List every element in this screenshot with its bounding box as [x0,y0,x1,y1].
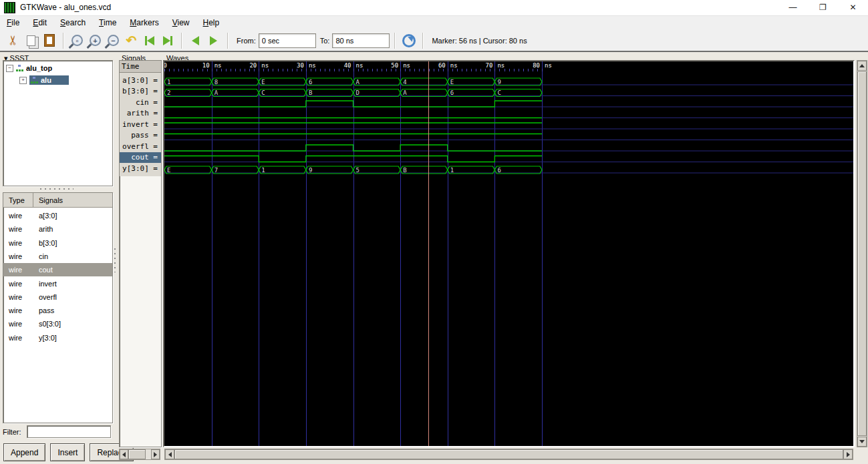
to-end-icon[interactable] [158,31,176,49]
shift-left-icon[interactable]: ↶ [122,31,140,49]
wave-name-cin[interactable]: cin = [120,97,161,108]
menu-view[interactable]: View [166,16,196,27]
back-icon[interactable] [186,31,204,49]
hierarchy-icon [31,77,38,83]
filter-input[interactable] [27,425,111,438]
svg-text:2: 2 [167,89,170,96]
menu-help[interactable]: Help [196,16,227,27]
scroll-up-button[interactable] [857,61,867,71]
column-signals[interactable]: Signals [33,196,63,204]
forward-icon[interactable] [204,31,223,49]
from-label: From: [237,37,256,45]
cut-icon[interactable]: ✂ [4,31,22,49]
menu-edit[interactable]: Edit [26,16,53,27]
action-buttons: AppendInsertReplace [3,443,134,461]
signal-row-cout[interactable]: wirecout [3,263,112,276]
expander-minus-icon[interactable]: − [6,65,13,72]
wave-name-pass[interactable]: pass = [120,130,161,141]
svg-text:ns: ns [403,62,410,69]
signal-row-s0[3:0][interactable]: wires0[3:0] [3,317,112,330]
from-input[interactable] [259,33,316,48]
svg-text:50: 50 [391,62,398,69]
wave-name-b[3:0][interactable]: b[3:0] = [120,86,161,97]
signal-row-invert[interactable]: wireinvert [3,277,112,290]
wave-name-invert[interactable]: invert = [120,120,161,130]
svg-text:ns: ns [545,62,552,69]
close-button[interactable]: ✕ [838,0,868,15]
window-title: GTKWave - alu_ones.vcd [20,3,111,12]
copy-icon[interactable] [22,31,40,49]
tree-node-alu_top[interactable]: −alu_top [6,62,52,74]
wave-name-cout[interactable]: cout = [120,152,161,163]
svg-text:40: 40 [344,62,351,69]
reload-icon[interactable] [400,31,418,49]
column-type[interactable]: Type [3,193,33,207]
svg-text:1: 1 [261,167,265,174]
svg-text:C: C [261,89,265,96]
to-input[interactable] [332,33,390,48]
paste-icon[interactable] [40,31,58,49]
pane-handle[interactable] [114,248,116,272]
zoom-out-icon[interactable]: − [104,31,122,49]
append-button[interactable]: Append [3,443,45,461]
app-icon [5,3,15,13]
svg-text:E: E [261,79,265,85]
signal-row-a[3:0][interactable]: wirea[3:0] [3,209,112,222]
scroll-right-button[interactable] [151,449,160,459]
signal-row-pass[interactable]: wirepass [3,304,112,317]
title-bar: GTKWave - alu_ones.vcd — ❐ ✕ [0,0,868,16]
sst-tree: −alu_top+alu [3,60,113,186]
svg-text:80: 80 [533,62,540,69]
maximize-button[interactable]: ❐ [808,0,838,15]
scroll-thumb[interactable] [857,71,867,436]
wave-name-arith[interactable]: arith = [120,108,161,119]
filter-label: Filter: [3,428,21,436]
zoom-fit-icon[interactable]: ▫ [68,31,86,49]
scroll-down-button[interactable] [857,437,867,447]
wave-window[interactable]: 010ns20ns30ns40ns50ns60ns70ns80ns18E6A4E… [163,60,855,447]
expander-plus-icon[interactable]: + [19,77,27,84]
svg-text:10: 10 [202,62,210,69]
insert-button[interactable]: Insert [50,443,85,461]
scroll-left-button[interactable] [120,449,128,459]
toolbar-separator [394,33,395,49]
svg-text:E: E [167,167,170,174]
to-label: To: [320,37,330,45]
svg-text:6: 6 [497,167,500,174]
menu-file[interactable]: File [0,16,26,27]
pane-handle[interactable] [40,188,74,190]
svg-text:70: 70 [486,62,493,69]
scroll-right-button[interactable] [843,449,853,459]
signals-horizontal-scrollbar[interactable] [119,449,160,460]
marker-cursor-status: Marker: 56 ns | Cursor: 80 ns [432,37,527,45]
waveform-canvas[interactable]: 010ns20ns30ns40ns50ns60ns70ns80ns18E6A4E… [164,61,853,446]
signal-row-cin[interactable]: wirecin [3,250,112,263]
minimize-button[interactable]: — [778,0,808,15]
menu-markers[interactable]: Markers [123,16,165,27]
svg-text:1: 1 [450,167,454,174]
svg-text:D: D [356,89,359,96]
signal-row-arith[interactable]: wirearith [3,222,112,236]
svg-text:A: A [403,89,407,96]
to-start-icon[interactable] [140,31,158,49]
signal-row-b[3:0][interactable]: wireb[3:0] [3,236,112,250]
svg-text:9: 9 [497,79,500,85]
menu-search[interactable]: Search [53,16,92,27]
menu-time[interactable]: Time [92,16,123,27]
wave-name-overfl[interactable]: overfl = [120,142,161,152]
scroll-thumb[interactable] [128,449,146,459]
zoom-in-icon[interactable]: + [86,31,104,49]
wave-name-a[3:0][interactable]: a[3:0] = [120,75,161,86]
scroll-left-button[interactable] [165,449,174,459]
svg-text:6: 6 [309,79,312,85]
tree-node-alu[interactable]: +alu [19,74,69,86]
waves-horizontal-scrollbar[interactable] [164,449,853,460]
scroll-thumb[interactable] [174,449,843,459]
svg-text:ns: ns [261,62,269,69]
waves-vertical-scrollbar[interactable] [857,60,867,447]
signal-row-y[3:0][interactable]: wirey[3:0] [3,331,112,344]
signals-name-panel: Time a[3:0] =b[3:0] =cin =arith =invert … [119,60,162,447]
toolbar-separator [422,33,423,49]
wave-name-y[3:0][interactable]: y[3:0] = [120,164,161,174]
signal-row-overfl[interactable]: wireoverfl [3,290,112,304]
